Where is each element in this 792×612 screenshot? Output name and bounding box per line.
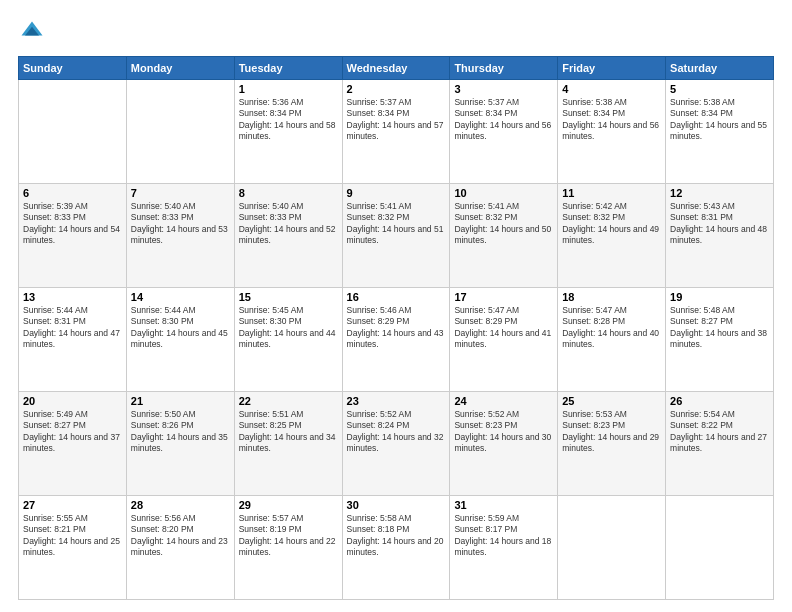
cell-details: Sunrise: 5:44 AMSunset: 8:31 PMDaylight:… bbox=[23, 305, 122, 351]
cell-details: Sunrise: 5:41 AMSunset: 8:32 PMDaylight:… bbox=[454, 201, 553, 247]
cell-details: Sunrise: 5:44 AMSunset: 8:30 PMDaylight:… bbox=[131, 305, 230, 351]
cell-details: Sunrise: 5:49 AMSunset: 8:27 PMDaylight:… bbox=[23, 409, 122, 455]
cell-details: Sunrise: 5:38 AMSunset: 8:34 PMDaylight:… bbox=[562, 97, 661, 143]
cell-details: Sunrise: 5:45 AMSunset: 8:30 PMDaylight:… bbox=[239, 305, 338, 351]
day-number: 5 bbox=[670, 83, 769, 95]
calendar-cell: 21Sunrise: 5:50 AMSunset: 8:26 PMDayligh… bbox=[126, 392, 234, 496]
calendar-cell bbox=[19, 80, 127, 184]
day-number: 27 bbox=[23, 499, 122, 511]
day-number: 29 bbox=[239, 499, 338, 511]
cell-details: Sunrise: 5:47 AMSunset: 8:29 PMDaylight:… bbox=[454, 305, 553, 351]
weekday-header-sunday: Sunday bbox=[19, 57, 127, 80]
calendar-cell: 17Sunrise: 5:47 AMSunset: 8:29 PMDayligh… bbox=[450, 288, 558, 392]
day-number: 1 bbox=[239, 83, 338, 95]
calendar-cell: 12Sunrise: 5:43 AMSunset: 8:31 PMDayligh… bbox=[666, 184, 774, 288]
cell-details: Sunrise: 5:52 AMSunset: 8:23 PMDaylight:… bbox=[454, 409, 553, 455]
day-number: 18 bbox=[562, 291, 661, 303]
calendar-cell: 18Sunrise: 5:47 AMSunset: 8:28 PMDayligh… bbox=[558, 288, 666, 392]
weekday-header-saturday: Saturday bbox=[666, 57, 774, 80]
day-number: 21 bbox=[131, 395, 230, 407]
calendar-cell: 19Sunrise: 5:48 AMSunset: 8:27 PMDayligh… bbox=[666, 288, 774, 392]
calendar-cell: 14Sunrise: 5:44 AMSunset: 8:30 PMDayligh… bbox=[126, 288, 234, 392]
cell-details: Sunrise: 5:36 AMSunset: 8:34 PMDaylight:… bbox=[239, 97, 338, 143]
day-number: 15 bbox=[239, 291, 338, 303]
calendar-cell: 3Sunrise: 5:37 AMSunset: 8:34 PMDaylight… bbox=[450, 80, 558, 184]
calendar-cell: 10Sunrise: 5:41 AMSunset: 8:32 PMDayligh… bbox=[450, 184, 558, 288]
cell-details: Sunrise: 5:41 AMSunset: 8:32 PMDaylight:… bbox=[347, 201, 446, 247]
weekday-header-tuesday: Tuesday bbox=[234, 57, 342, 80]
cell-details: Sunrise: 5:51 AMSunset: 8:25 PMDaylight:… bbox=[239, 409, 338, 455]
cell-details: Sunrise: 5:57 AMSunset: 8:19 PMDaylight:… bbox=[239, 513, 338, 559]
day-number: 2 bbox=[347, 83, 446, 95]
cell-details: Sunrise: 5:53 AMSunset: 8:23 PMDaylight:… bbox=[562, 409, 661, 455]
cell-details: Sunrise: 5:56 AMSunset: 8:20 PMDaylight:… bbox=[131, 513, 230, 559]
logo-icon bbox=[18, 18, 46, 46]
cell-details: Sunrise: 5:37 AMSunset: 8:34 PMDaylight:… bbox=[347, 97, 446, 143]
day-number: 31 bbox=[454, 499, 553, 511]
week-row-4: 20Sunrise: 5:49 AMSunset: 8:27 PMDayligh… bbox=[19, 392, 774, 496]
day-number: 20 bbox=[23, 395, 122, 407]
cell-details: Sunrise: 5:37 AMSunset: 8:34 PMDaylight:… bbox=[454, 97, 553, 143]
day-number: 14 bbox=[131, 291, 230, 303]
cell-details: Sunrise: 5:42 AMSunset: 8:32 PMDaylight:… bbox=[562, 201, 661, 247]
page: SundayMondayTuesdayWednesdayThursdayFrid… bbox=[0, 0, 792, 612]
day-number: 17 bbox=[454, 291, 553, 303]
calendar-cell: 26Sunrise: 5:54 AMSunset: 8:22 PMDayligh… bbox=[666, 392, 774, 496]
week-row-5: 27Sunrise: 5:55 AMSunset: 8:21 PMDayligh… bbox=[19, 496, 774, 600]
day-number: 12 bbox=[670, 187, 769, 199]
calendar-cell: 7Sunrise: 5:40 AMSunset: 8:33 PMDaylight… bbox=[126, 184, 234, 288]
logo bbox=[18, 18, 50, 46]
weekday-header-monday: Monday bbox=[126, 57, 234, 80]
week-row-1: 1Sunrise: 5:36 AMSunset: 8:34 PMDaylight… bbox=[19, 80, 774, 184]
cell-details: Sunrise: 5:55 AMSunset: 8:21 PMDaylight:… bbox=[23, 513, 122, 559]
cell-details: Sunrise: 5:43 AMSunset: 8:31 PMDaylight:… bbox=[670, 201, 769, 247]
cell-details: Sunrise: 5:58 AMSunset: 8:18 PMDaylight:… bbox=[347, 513, 446, 559]
weekday-header-wednesday: Wednesday bbox=[342, 57, 450, 80]
calendar-cell: 2Sunrise: 5:37 AMSunset: 8:34 PMDaylight… bbox=[342, 80, 450, 184]
calendar-cell: 5Sunrise: 5:38 AMSunset: 8:34 PMDaylight… bbox=[666, 80, 774, 184]
calendar-cell: 1Sunrise: 5:36 AMSunset: 8:34 PMDaylight… bbox=[234, 80, 342, 184]
cell-details: Sunrise: 5:52 AMSunset: 8:24 PMDaylight:… bbox=[347, 409, 446, 455]
day-number: 23 bbox=[347, 395, 446, 407]
calendar-cell: 20Sunrise: 5:49 AMSunset: 8:27 PMDayligh… bbox=[19, 392, 127, 496]
header bbox=[18, 18, 774, 46]
cell-details: Sunrise: 5:38 AMSunset: 8:34 PMDaylight:… bbox=[670, 97, 769, 143]
weekday-header-row: SundayMondayTuesdayWednesdayThursdayFrid… bbox=[19, 57, 774, 80]
day-number: 10 bbox=[454, 187, 553, 199]
calendar-cell: 15Sunrise: 5:45 AMSunset: 8:30 PMDayligh… bbox=[234, 288, 342, 392]
calendar-cell bbox=[126, 80, 234, 184]
weekday-header-friday: Friday bbox=[558, 57, 666, 80]
day-number: 26 bbox=[670, 395, 769, 407]
calendar-cell: 11Sunrise: 5:42 AMSunset: 8:32 PMDayligh… bbox=[558, 184, 666, 288]
calendar-cell bbox=[666, 496, 774, 600]
day-number: 16 bbox=[347, 291, 446, 303]
day-number: 3 bbox=[454, 83, 553, 95]
day-number: 6 bbox=[23, 187, 122, 199]
day-number: 4 bbox=[562, 83, 661, 95]
day-number: 11 bbox=[562, 187, 661, 199]
cell-details: Sunrise: 5:40 AMSunset: 8:33 PMDaylight:… bbox=[131, 201, 230, 247]
week-row-2: 6Sunrise: 5:39 AMSunset: 8:33 PMDaylight… bbox=[19, 184, 774, 288]
cell-details: Sunrise: 5:50 AMSunset: 8:26 PMDaylight:… bbox=[131, 409, 230, 455]
calendar-cell: 30Sunrise: 5:58 AMSunset: 8:18 PMDayligh… bbox=[342, 496, 450, 600]
cell-details: Sunrise: 5:39 AMSunset: 8:33 PMDaylight:… bbox=[23, 201, 122, 247]
day-number: 8 bbox=[239, 187, 338, 199]
calendar-cell: 4Sunrise: 5:38 AMSunset: 8:34 PMDaylight… bbox=[558, 80, 666, 184]
calendar-cell: 16Sunrise: 5:46 AMSunset: 8:29 PMDayligh… bbox=[342, 288, 450, 392]
calendar-cell: 29Sunrise: 5:57 AMSunset: 8:19 PMDayligh… bbox=[234, 496, 342, 600]
calendar-cell: 28Sunrise: 5:56 AMSunset: 8:20 PMDayligh… bbox=[126, 496, 234, 600]
weekday-header-thursday: Thursday bbox=[450, 57, 558, 80]
cell-details: Sunrise: 5:46 AMSunset: 8:29 PMDaylight:… bbox=[347, 305, 446, 351]
day-number: 19 bbox=[670, 291, 769, 303]
calendar-cell: 8Sunrise: 5:40 AMSunset: 8:33 PMDaylight… bbox=[234, 184, 342, 288]
day-number: 13 bbox=[23, 291, 122, 303]
calendar-cell: 9Sunrise: 5:41 AMSunset: 8:32 PMDaylight… bbox=[342, 184, 450, 288]
calendar-cell: 27Sunrise: 5:55 AMSunset: 8:21 PMDayligh… bbox=[19, 496, 127, 600]
calendar-table: SundayMondayTuesdayWednesdayThursdayFrid… bbox=[18, 56, 774, 600]
day-number: 30 bbox=[347, 499, 446, 511]
calendar-cell: 31Sunrise: 5:59 AMSunset: 8:17 PMDayligh… bbox=[450, 496, 558, 600]
cell-details: Sunrise: 5:40 AMSunset: 8:33 PMDaylight:… bbox=[239, 201, 338, 247]
cell-details: Sunrise: 5:54 AMSunset: 8:22 PMDaylight:… bbox=[670, 409, 769, 455]
calendar-cell: 25Sunrise: 5:53 AMSunset: 8:23 PMDayligh… bbox=[558, 392, 666, 496]
calendar-cell: 13Sunrise: 5:44 AMSunset: 8:31 PMDayligh… bbox=[19, 288, 127, 392]
